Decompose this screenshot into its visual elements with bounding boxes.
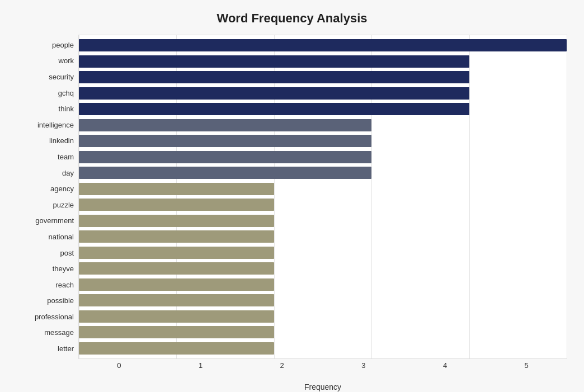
bar-linkedin xyxy=(79,135,371,147)
y-label-gchq: gchq xyxy=(17,86,78,100)
bar-row-professional xyxy=(79,309,567,324)
x-tick: 4 xyxy=(404,361,486,370)
bar-row-national xyxy=(79,229,567,244)
x-tick: 3 xyxy=(323,361,404,370)
bar-row-linkedin xyxy=(79,134,567,148)
y-label-theyve: theyve xyxy=(17,262,78,276)
y-label-work: work xyxy=(17,54,78,68)
chart-title: Word Frequency Analysis xyxy=(17,11,567,26)
bar-think xyxy=(79,103,469,115)
bar-row-security xyxy=(79,70,567,84)
y-label-day: day xyxy=(17,166,78,180)
x-tick: 1 xyxy=(160,361,242,370)
y-label-linkedin: linkedin xyxy=(17,134,78,148)
x-axis-label: Frequency xyxy=(304,382,341,391)
y-axis: peopleworksecuritygchqthinkintelligencel… xyxy=(17,35,78,359)
bar-row-agency xyxy=(79,182,567,196)
bar-row-theyve xyxy=(79,261,567,276)
y-label-intelligence: intelligence xyxy=(17,117,78,132)
y-label-letter: letter xyxy=(17,342,78,356)
chart-container: Word Frequency Analysis peopleworksecuri… xyxy=(0,0,584,392)
bar-row-letter xyxy=(79,341,567,356)
bar-row-think xyxy=(79,102,567,116)
y-label-government: government xyxy=(17,214,78,228)
bar-row-people xyxy=(79,38,567,53)
y-label-puzzle: puzzle xyxy=(17,197,78,212)
bar-puzzle xyxy=(79,199,274,211)
y-label-professional: professional xyxy=(17,309,78,324)
y-label-national: national xyxy=(17,229,78,244)
bar-letter xyxy=(79,342,274,355)
bar-post xyxy=(79,247,274,259)
x-tick: 5 xyxy=(486,361,567,370)
y-label-people: people xyxy=(17,37,78,52)
bar-row-government xyxy=(79,214,567,228)
bar-row-gchq xyxy=(79,86,567,101)
y-label-message: message xyxy=(17,325,78,340)
bar-row-day xyxy=(79,166,567,180)
x-tick: 0 xyxy=(78,361,160,370)
bar-security xyxy=(79,71,469,83)
bar-theyve xyxy=(79,262,274,275)
bar-day xyxy=(79,167,371,179)
bar-message xyxy=(79,326,274,338)
bar-row-message xyxy=(79,325,567,339)
y-label-post: post xyxy=(17,245,78,260)
bar-intelligence xyxy=(79,119,371,131)
y-label-team: team xyxy=(17,149,78,164)
bar-possible xyxy=(79,294,274,306)
bar-government xyxy=(79,215,274,227)
bar-row-post xyxy=(79,245,567,260)
bar-row-intelligence xyxy=(79,118,567,133)
bar-work xyxy=(79,55,469,68)
bar-row-reach xyxy=(79,277,567,292)
y-label-reach: reach xyxy=(17,277,78,292)
bar-agency xyxy=(79,183,274,195)
y-label-possible: possible xyxy=(17,294,78,308)
bars-inner xyxy=(79,35,567,358)
y-label-security: security xyxy=(17,69,78,84)
bar-gchq xyxy=(79,87,469,100)
bar-row-possible xyxy=(79,293,567,308)
grid-line xyxy=(567,35,567,358)
y-label-agency: agency xyxy=(17,182,78,196)
chart-area: peopleworksecuritygchqthinkintelligencel… xyxy=(17,35,567,359)
bar-national xyxy=(79,230,274,243)
bar-row-work xyxy=(79,54,567,69)
bar-reach xyxy=(79,278,274,291)
bar-team xyxy=(79,151,371,163)
bar-professional xyxy=(79,310,274,323)
x-tick: 2 xyxy=(241,361,323,370)
bar-people xyxy=(79,39,567,51)
bar-row-puzzle xyxy=(79,197,567,212)
y-label-think: think xyxy=(17,102,78,116)
bars-area xyxy=(78,35,567,359)
bar-row-team xyxy=(79,150,567,164)
